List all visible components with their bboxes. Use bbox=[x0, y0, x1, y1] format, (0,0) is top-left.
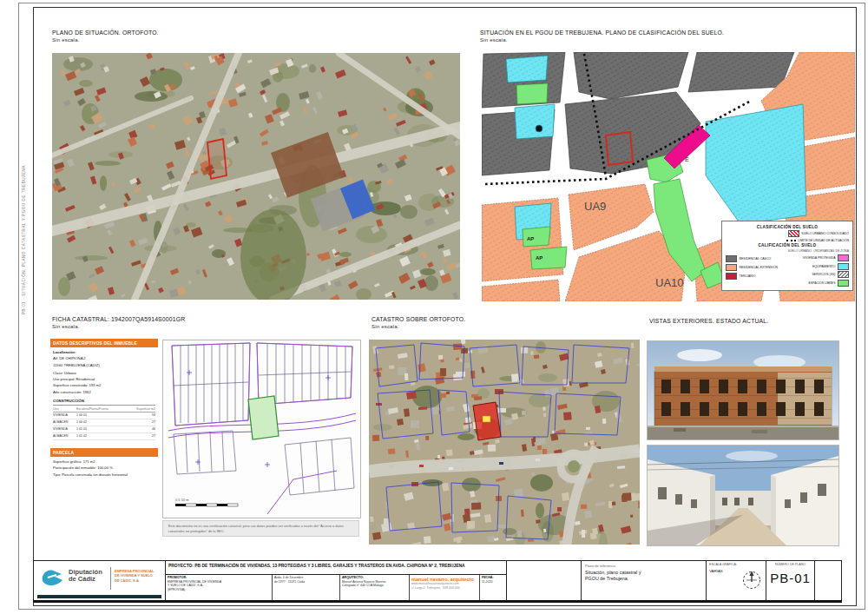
datos-inmueble-box: DATOS DESCRIPTIVOS DEL INMUEBLE Localiza… bbox=[50, 339, 158, 444]
north-arrow-icon bbox=[741, 570, 762, 591]
localizacion-label: Localización: bbox=[53, 350, 155, 355]
photo-exterior-1 bbox=[647, 340, 839, 440]
arquitecto-cell: ARQUITECTO: Manuel Antonio Navarro Moren… bbox=[339, 575, 409, 601]
legend-clasificacion-title: CLASIFICACIÓN DEL SUELO bbox=[726, 225, 849, 229]
promotor-address-cell: Avda. 4 de Diciembre de 1977 · 11071 Cád… bbox=[272, 575, 339, 601]
pgou-site-dot bbox=[536, 125, 542, 132]
legend-label: RESIDENCIAL CASCO bbox=[740, 257, 772, 261]
legend-label: ESPACIOS LIBRES bbox=[808, 281, 835, 285]
org-divider bbox=[110, 567, 111, 590]
construccion-header: CONSTRUCCIÓN bbox=[53, 399, 155, 406]
plano-label: Plano de referencia: bbox=[585, 564, 702, 568]
parcel-marker bbox=[483, 416, 490, 422]
titleblock-escala-cell: ESCALA GRÁFICA: VARIAS bbox=[706, 561, 766, 600]
vistas-title: VISTAS EXTERIORES. ESTADO ACTUAL. bbox=[649, 318, 768, 326]
pgou-scale: Sin escala. bbox=[480, 37, 724, 44]
datos-inmueble-header: DATOS DESCRIPTIVOS DEL INMUEBLE bbox=[50, 339, 158, 347]
promotor-cell: PROMOTOR: EMPRESA PROVINCIAL DE VIVIENDA… bbox=[166, 575, 272, 601]
ortofoto-title: PLANO DE SITUACIÓN. ORTOFOTO. bbox=[52, 30, 159, 37]
legend-label: SERVICIOS (SS) bbox=[812, 273, 836, 276]
legend-label: RESIDENCIAL EXTENSIÓN bbox=[740, 266, 778, 269]
legend-label: VIVIENDA PROTEGIDA bbox=[803, 256, 836, 260]
table-row: ALMACEN1 01 0227 bbox=[53, 433, 155, 440]
titleblock-org-cell: Diputación de Cádiz EMPRESA PROVINCIAL D… bbox=[34, 561, 165, 600]
label-e: E bbox=[685, 156, 689, 162]
photo-exterior-2 bbox=[647, 445, 839, 546]
table-row: VIVIENDA1 01 0146 bbox=[53, 426, 155, 433]
ficha-scale: Sin escala. bbox=[52, 324, 185, 331]
plano-line: Situación, plano catastral y bbox=[585, 570, 702, 576]
swatch-espacios-libres-icon bbox=[838, 280, 849, 287]
plano-line: PGOU de Trebujena. bbox=[585, 576, 702, 582]
parcela-line: Tipo: Parcela construida sin división ho… bbox=[53, 472, 155, 478]
fecha-cell: FECHA: 11.2020 bbox=[479, 575, 506, 601]
parcela-line: Participación del inmueble: 100,00 % bbox=[53, 465, 155, 471]
label-ua9: UA9 bbox=[584, 200, 606, 213]
org-name: Diputación de Cádiz bbox=[69, 569, 102, 584]
legend-label: EQUIPAMIENTO bbox=[812, 265, 836, 268]
catastro-title-block: CATASTRO SOBRE ORTOFOTO. Sin escala. bbox=[372, 316, 465, 331]
firma-cell: manuel navarro. arquitecto www.manuelnav… bbox=[409, 575, 479, 601]
ortofoto-title-block: PLANO DE SITUACIÓN. ORTOFOTO. Sin escala… bbox=[52, 30, 159, 44]
subject-parcel-green bbox=[248, 396, 279, 439]
plan-sheet: PB-01 · SITUACIÓN, PLANO CATASTRAL Y PGO… bbox=[0, 0, 868, 614]
plan-number: PB-01 bbox=[766, 571, 814, 585]
swatch-equipamiento-icon bbox=[838, 263, 849, 270]
margin-plot-stamp: PB-01 · SITUACIÓN, PLANO CATASTRAL Y PGO… bbox=[22, 165, 26, 314]
titleblock-end-cell bbox=[814, 561, 841, 600]
titleblock-plano-cell: Plano de referencia: Situación, plano ca… bbox=[581, 561, 706, 600]
uso-principal: Uso principal: Residencial bbox=[53, 377, 155, 382]
label-ap1: AP bbox=[527, 236, 534, 241]
titleblock-numero-cell: NÚMERO DE PLANO PB-01 bbox=[766, 561, 814, 600]
superficie-construida: Superficie construida: 193 m2 bbox=[53, 383, 155, 388]
localizacion-line: AV. DE CHIPIONA 2 bbox=[53, 356, 155, 361]
legend-label: SUELO URBANO CONSOLIDADO bbox=[801, 232, 849, 235]
swatch-limite-icon bbox=[786, 240, 796, 241]
catastro-scale: Sin escala. bbox=[372, 324, 465, 331]
vistas-title-block: VISTAS EXTERIORES. ESTADO ACTUAL. bbox=[649, 318, 768, 326]
swatch-vivienda-protegida-icon bbox=[838, 254, 849, 261]
legend-label: LÍMITE DE UNIDAD DE ACTUACIÓN bbox=[798, 239, 849, 242]
table-row: VIVIENDA1 00 0193 bbox=[53, 413, 155, 419]
org-company: EMPRESA PROVINCIAL DE VIVIENDA Y SUELO D… bbox=[115, 569, 154, 583]
swatch-suelo-urbano-icon bbox=[788, 230, 799, 237]
titleblock-empty-cell bbox=[506, 561, 581, 600]
legend-note: SUELO URBANO. ORDENANZAS DE ZONA bbox=[726, 249, 849, 253]
pgou-title-block: SITUACIÓN EN EL PGOU DE TREBUJENA. PLANO… bbox=[480, 30, 724, 44]
scale-bar-text: 0 5 10 m bbox=[175, 498, 189, 502]
title-block: Diputación de Cádiz EMPRESA PROVINCIAL D… bbox=[33, 560, 842, 603]
legend-calificacion-title: CALIFICACIÓN DEL SUELO bbox=[726, 243, 849, 248]
catastro-title: CATASTRO SOBRE ORTOFOTO. bbox=[372, 316, 465, 324]
pgou-map-wrap: UA9 UA10 AP AP E CLASIFICACIÓN DEL SUELO… bbox=[482, 52, 855, 301]
anio-construccion: Año construcción: 1962 bbox=[53, 390, 155, 395]
titleblock-project-cell: PROYECTO: PB DE TERMINACIÓN DE VIVIENDAS… bbox=[165, 561, 506, 600]
swatch-residencial-extension-icon bbox=[726, 264, 737, 271]
ortofoto-scale: Sin escala. bbox=[52, 37, 159, 44]
swatch-terciario-icon bbox=[726, 273, 737, 280]
legend-label: TERCIARIO bbox=[740, 274, 756, 278]
swatch-residencial-casco-icon bbox=[726, 255, 737, 262]
parcela-line: Superficie gráfica: 171 m2 bbox=[53, 459, 155, 465]
project-title: PROYECTO: PB DE TERMINACIÓN DE VIVIENDAS… bbox=[166, 561, 506, 575]
pgou-title: SITUACIÓN EN EL PGOU DE TREBUJENA. PLANO… bbox=[480, 30, 724, 37]
ficha-title: FICHA CATASTRAL: 1942007QA5914S0001GR bbox=[52, 316, 185, 324]
label-ap2: AP bbox=[536, 255, 542, 261]
cadastral-note: Este documento no es una certificación c… bbox=[162, 520, 359, 537]
clase: Clase: Urbano bbox=[53, 371, 155, 376]
localizacion-line: 11560 TREBUJENA (CÁDIZ) bbox=[53, 363, 155, 368]
table-row: ALMACEN1 00 0227 bbox=[53, 419, 155, 426]
swatch-servicios-icon bbox=[838, 271, 849, 278]
label-ua10: UA10 bbox=[655, 276, 684, 289]
site-outline bbox=[207, 139, 227, 179]
parcela-header: PARCELA bbox=[50, 448, 158, 457]
numero-label: NÚMERO DE PLANO bbox=[766, 561, 814, 566]
pgou-legend: CLASIFICACIÓN DEL SUELO SUELO URBANO CON… bbox=[721, 221, 853, 291]
parcela-box: PARCELA Superficie gráfica: 171 m2 Parti… bbox=[50, 448, 158, 482]
ficha-title-block: FICHA CATASTRAL: 1942007QA5914S0001GR Si… bbox=[52, 316, 185, 331]
org-bottom-bar bbox=[37, 595, 161, 598]
ortofoto-map bbox=[52, 53, 460, 300]
catastro-ortofoto-map bbox=[369, 340, 640, 545]
cadastral-map: 0 5 10 m bbox=[162, 340, 361, 518]
construccion-table: Uso Escalera/Planta/Puerta Superficie m2… bbox=[53, 406, 155, 440]
diputacion-logo-icon bbox=[39, 565, 65, 590]
